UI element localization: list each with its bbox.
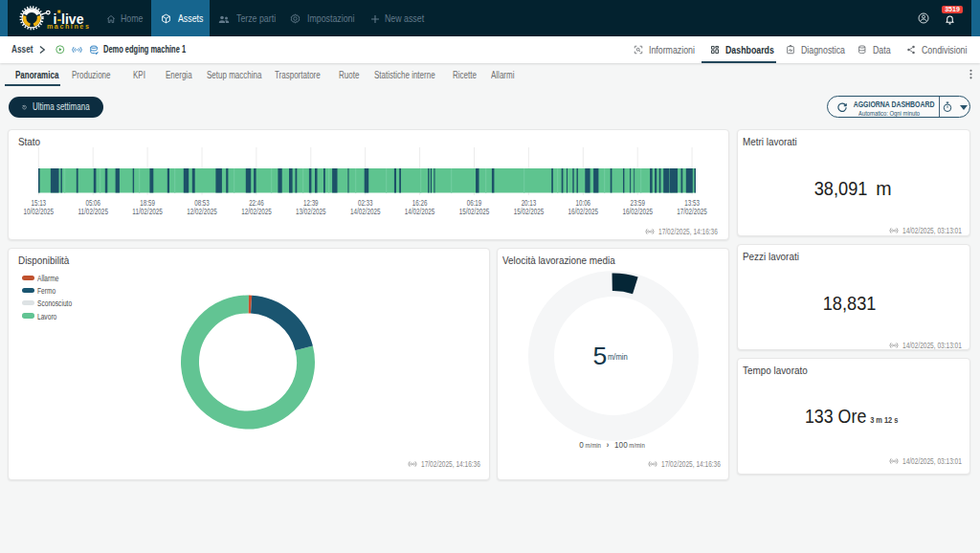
svg-text:16/02/2025: 16/02/2025 xyxy=(622,207,653,216)
svg-text:10/02/2025: 10/02/2025 xyxy=(24,207,55,216)
svg-text:15/02/2025: 15/02/2025 xyxy=(514,207,545,216)
svg-text:11/02/2025: 11/02/2025 xyxy=(132,207,163,216)
svg-text:15/02/2025: 15/02/2025 xyxy=(459,207,490,216)
svg-text:11/02/2025: 11/02/2025 xyxy=(78,207,108,216)
svg-text:17/02/2025: 17/02/2025 xyxy=(677,207,707,216)
svg-text:machines: machines xyxy=(47,22,91,31)
svg-text:13/02/2025: 13/02/2025 xyxy=(296,207,326,216)
svg-text:14/02/2025: 14/02/2025 xyxy=(405,207,435,216)
svg-text:12/02/2025: 12/02/2025 xyxy=(241,207,272,216)
svg-text:14/02/2025: 14/02/2025 xyxy=(350,207,381,216)
svg-text:16/02/2025: 16/02/2025 xyxy=(568,207,599,216)
svg-text:12/02/2025: 12/02/2025 xyxy=(187,207,217,216)
